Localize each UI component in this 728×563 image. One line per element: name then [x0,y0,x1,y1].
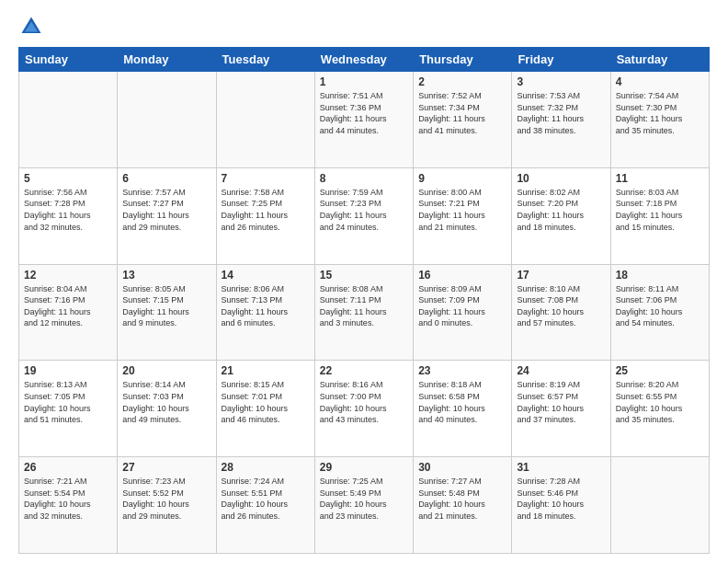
day-info: Sunrise: 8:18 AM Sunset: 6:58 PM Dayligh… [418,379,506,425]
day-number: 20 [122,364,210,377]
calendar-cell: 2Sunrise: 7:52 AM Sunset: 7:34 PM Daylig… [414,72,512,168]
day-info: Sunrise: 7:59 AM Sunset: 7:23 PM Dayligh… [320,187,408,233]
day-info: Sunrise: 7:56 AM Sunset: 7:28 PM Dayligh… [24,187,112,233]
day-info: Sunrise: 8:02 AM Sunset: 7:20 PM Dayligh… [517,187,605,233]
day-number: 22 [320,364,408,377]
calendar-cell: 31Sunrise: 7:28 AM Sunset: 5:46 PM Dayli… [512,457,610,554]
weekday-header-friday: Friday [512,48,610,72]
day-info: Sunrise: 8:15 AM Sunset: 7:01 PM Dayligh… [222,379,310,425]
day-number: 31 [517,461,605,474]
day-info: Sunrise: 7:25 AM Sunset: 5:49 PM Dayligh… [320,476,408,522]
calendar-cell: 15Sunrise: 8:08 AM Sunset: 7:11 PM Dayli… [314,264,413,361]
calendar-cell [118,72,216,168]
calendar-cell: 13Sunrise: 8:05 AM Sunset: 7:15 PM Dayli… [118,264,216,361]
day-number: 9 [418,172,506,185]
day-number: 14 [222,269,310,282]
calendar-cell: 4Sunrise: 7:54 AM Sunset: 7:30 PM Daylig… [610,72,709,168]
day-info: Sunrise: 8:03 AM Sunset: 7:18 PM Dayligh… [616,187,704,233]
day-info: Sunrise: 8:13 AM Sunset: 7:05 PM Dayligh… [24,379,112,425]
calendar-week-2: 5Sunrise: 7:56 AM Sunset: 7:28 PM Daylig… [19,167,710,264]
calendar-week-5: 26Sunrise: 7:21 AM Sunset: 5:54 PM Dayli… [19,457,710,554]
logo [18,14,48,40]
day-number: 18 [616,269,704,282]
calendar-cell: 25Sunrise: 8:20 AM Sunset: 6:55 PM Dayli… [610,361,709,457]
calendar-cell: 9Sunrise: 8:00 AM Sunset: 7:21 PM Daylig… [414,167,512,264]
calendar-cell: 11Sunrise: 8:03 AM Sunset: 7:18 PM Dayli… [610,167,709,264]
day-number: 12 [24,269,112,282]
calendar-header-row: SundayMondayTuesdayWednesdayThursdayFrid… [19,48,710,72]
weekday-header-monday: Monday [118,48,216,72]
day-info: Sunrise: 7:51 AM Sunset: 7:36 PM Dayligh… [320,90,408,136]
day-info: Sunrise: 7:53 AM Sunset: 7:32 PM Dayligh… [517,90,605,136]
calendar-cell: 24Sunrise: 8:19 AM Sunset: 6:57 PM Dayli… [512,361,610,457]
day-info: Sunrise: 7:52 AM Sunset: 7:34 PM Dayligh… [418,90,506,136]
calendar-cell: 1Sunrise: 7:51 AM Sunset: 7:36 PM Daylig… [314,72,413,168]
day-info: Sunrise: 8:16 AM Sunset: 7:00 PM Dayligh… [320,379,408,425]
day-info: Sunrise: 8:08 AM Sunset: 7:11 PM Dayligh… [320,283,408,329]
calendar-cell [216,72,314,168]
day-info: Sunrise: 8:09 AM Sunset: 7:09 PM Dayligh… [418,283,506,329]
day-number: 28 [222,461,310,474]
calendar-cell: 12Sunrise: 8:04 AM Sunset: 7:16 PM Dayli… [19,264,118,361]
day-number: 3 [517,75,605,88]
calendar-cell: 3Sunrise: 7:53 AM Sunset: 7:32 PM Daylig… [512,72,610,168]
calendar-cell: 10Sunrise: 8:02 AM Sunset: 7:20 PM Dayli… [512,167,610,264]
calendar-cell: 18Sunrise: 8:11 AM Sunset: 7:06 PM Dayli… [610,264,709,361]
day-number: 2 [418,75,506,88]
day-number: 16 [418,269,506,282]
day-number: 4 [616,75,704,88]
day-number: 19 [24,364,112,377]
calendar-cell: 27Sunrise: 7:23 AM Sunset: 5:52 PM Dayli… [118,457,216,554]
calendar-cell: 30Sunrise: 7:27 AM Sunset: 5:48 PM Dayli… [414,457,512,554]
weekday-header-saturday: Saturday [610,48,709,72]
day-number: 21 [222,364,310,377]
day-info: Sunrise: 8:20 AM Sunset: 6:55 PM Dayligh… [616,379,704,425]
day-number: 26 [24,461,112,474]
weekday-header-sunday: Sunday [19,48,118,72]
header [18,14,710,40]
day-info: Sunrise: 7:28 AM Sunset: 5:46 PM Dayligh… [517,476,605,522]
calendar-cell: 22Sunrise: 8:16 AM Sunset: 7:00 PM Dayli… [314,361,413,457]
day-number: 6 [122,172,210,185]
weekday-header-tuesday: Tuesday [216,48,314,72]
day-number: 24 [517,364,605,377]
day-number: 8 [320,172,408,185]
calendar-week-3: 12Sunrise: 8:04 AM Sunset: 7:16 PM Dayli… [19,264,710,361]
day-info: Sunrise: 8:11 AM Sunset: 7:06 PM Dayligh… [616,283,704,329]
day-info: Sunrise: 8:14 AM Sunset: 7:03 PM Dayligh… [122,379,210,425]
day-number: 30 [418,461,506,474]
day-number: 25 [616,364,704,377]
calendar-cell: 17Sunrise: 8:10 AM Sunset: 7:08 PM Dayli… [512,264,610,361]
day-number: 1 [320,75,408,88]
day-number: 15 [320,269,408,282]
day-number: 17 [517,269,605,282]
calendar-cell: 14Sunrise: 8:06 AM Sunset: 7:13 PM Dayli… [216,264,314,361]
day-info: Sunrise: 8:00 AM Sunset: 7:21 PM Dayligh… [418,187,506,233]
day-info: Sunrise: 8:05 AM Sunset: 7:15 PM Dayligh… [122,283,210,329]
calendar-cell: 6Sunrise: 7:57 AM Sunset: 7:27 PM Daylig… [118,167,216,264]
day-info: Sunrise: 7:24 AM Sunset: 5:51 PM Dayligh… [222,476,310,522]
calendar-cell: 29Sunrise: 7:25 AM Sunset: 5:49 PM Dayli… [314,457,413,554]
day-number: 23 [418,364,506,377]
calendar-week-1: 1Sunrise: 7:51 AM Sunset: 7:36 PM Daylig… [19,72,710,168]
calendar-cell [19,72,118,168]
day-info: Sunrise: 8:10 AM Sunset: 7:08 PM Dayligh… [517,283,605,329]
logo-icon [18,14,44,40]
day-info: Sunrise: 7:27 AM Sunset: 5:48 PM Dayligh… [418,476,506,522]
day-number: 27 [122,461,210,474]
day-number: 11 [616,172,704,185]
calendar-cell: 8Sunrise: 7:59 AM Sunset: 7:23 PM Daylig… [314,167,413,264]
day-info: Sunrise: 7:23 AM Sunset: 5:52 PM Dayligh… [122,476,210,522]
weekday-header-wednesday: Wednesday [314,48,413,72]
calendar-cell: 19Sunrise: 8:13 AM Sunset: 7:05 PM Dayli… [19,361,118,457]
page: SundayMondayTuesdayWednesdayThursdayFrid… [0,0,728,563]
day-info: Sunrise: 8:04 AM Sunset: 7:16 PM Dayligh… [24,283,112,329]
day-info: Sunrise: 7:58 AM Sunset: 7:25 PM Dayligh… [222,187,310,233]
day-info: Sunrise: 8:06 AM Sunset: 7:13 PM Dayligh… [222,283,310,329]
day-number: 29 [320,461,408,474]
day-number: 7 [222,172,310,185]
calendar-table: SundayMondayTuesdayWednesdayThursdayFrid… [18,47,710,554]
calendar-cell: 5Sunrise: 7:56 AM Sunset: 7:28 PM Daylig… [19,167,118,264]
calendar-cell: 21Sunrise: 8:15 AM Sunset: 7:01 PM Dayli… [216,361,314,457]
day-number: 10 [517,172,605,185]
